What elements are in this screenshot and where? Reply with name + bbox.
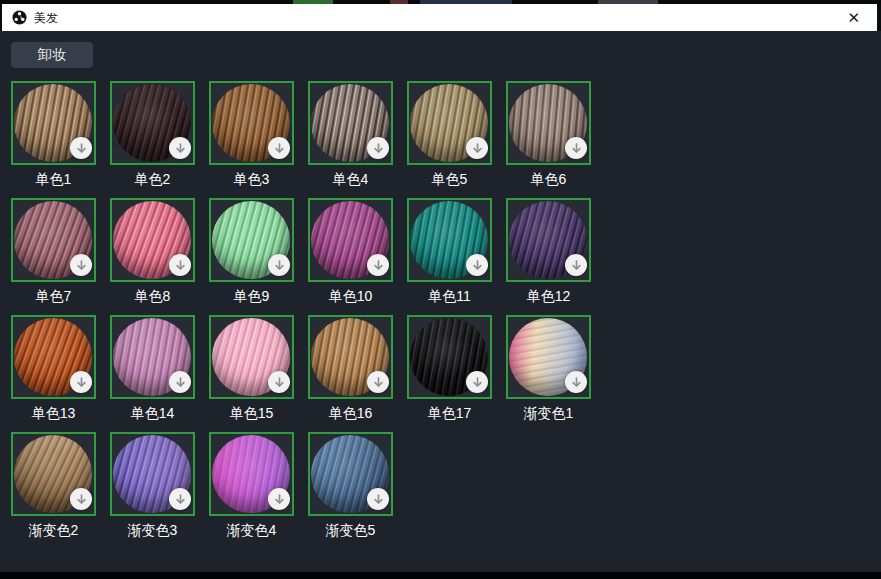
swatch-tile[interactable] bbox=[11, 432, 96, 516]
download-icon bbox=[471, 259, 484, 272]
download-icon bbox=[471, 142, 484, 155]
swatch-label: 单色13 bbox=[11, 405, 96, 421]
swatch-tile[interactable] bbox=[308, 81, 393, 165]
swatch-cell: 单色13 bbox=[11, 315, 96, 421]
swatch-label: 渐变色3 bbox=[110, 522, 195, 538]
download-icon bbox=[75, 142, 88, 155]
swatch-cell: 单色17 bbox=[407, 315, 492, 421]
swatch-label: 渐变色1 bbox=[506, 405, 591, 421]
swatch-label: 单色15 bbox=[209, 405, 294, 421]
swatch-tile[interactable] bbox=[308, 432, 393, 516]
swatch-label: 单色3 bbox=[209, 171, 294, 187]
swatch-label: 单色9 bbox=[209, 288, 294, 304]
download-icon bbox=[75, 376, 88, 389]
swatch-tile[interactable] bbox=[308, 198, 393, 282]
swatch-tile[interactable] bbox=[209, 432, 294, 516]
swatch-tile[interactable] bbox=[407, 198, 492, 282]
download-button[interactable] bbox=[268, 254, 290, 276]
swatch-tile[interactable] bbox=[407, 81, 492, 165]
download-button[interactable] bbox=[70, 371, 92, 393]
download-button[interactable] bbox=[70, 488, 92, 510]
background-app-edge bbox=[0, 0, 881, 4]
swatch-tile[interactable] bbox=[110, 198, 195, 282]
download-button[interactable] bbox=[565, 371, 587, 393]
download-button[interactable] bbox=[169, 254, 191, 276]
window-title: 美发 bbox=[34, 12, 58, 24]
swatch-tile[interactable] bbox=[506, 81, 591, 165]
swatch-grid: 单色1 单色2 单色3 bbox=[11, 81, 591, 538]
swatch-cell: 单色4 bbox=[308, 81, 393, 187]
swatch-tile[interactable] bbox=[308, 315, 393, 399]
download-button[interactable] bbox=[565, 254, 587, 276]
swatch-cell: 单色9 bbox=[209, 198, 294, 304]
swatch-label: 单色5 bbox=[407, 171, 492, 187]
swatch-label: 渐变色4 bbox=[209, 522, 294, 538]
download-icon bbox=[174, 259, 187, 272]
download-button[interactable] bbox=[169, 371, 191, 393]
download-icon bbox=[273, 376, 286, 389]
download-button[interactable] bbox=[169, 137, 191, 159]
background-fragment bbox=[598, 0, 658, 4]
download-button[interactable] bbox=[70, 254, 92, 276]
download-button[interactable] bbox=[367, 137, 389, 159]
download-button[interactable] bbox=[367, 254, 389, 276]
download-button[interactable] bbox=[466, 137, 488, 159]
swatch-cell: 单色12 bbox=[506, 198, 591, 304]
remove-makeup-button[interactable]: 卸妆 bbox=[11, 42, 93, 68]
swatch-tile[interactable] bbox=[209, 315, 294, 399]
swatch-cell: 单色5 bbox=[407, 81, 492, 187]
close-button[interactable]: ✕ bbox=[843, 8, 864, 27]
swatch-tile[interactable] bbox=[11, 198, 96, 282]
swatch-cell: 单色8 bbox=[110, 198, 195, 304]
swatch-cell: 单色3 bbox=[209, 81, 294, 187]
swatch-label: 单色14 bbox=[110, 405, 195, 421]
obs-logo-icon bbox=[12, 10, 27, 25]
swatch-tile[interactable] bbox=[209, 198, 294, 282]
swatch-tile[interactable] bbox=[407, 315, 492, 399]
download-icon bbox=[372, 376, 385, 389]
dialog-content: 卸妆 单色1 单色2 bbox=[0, 31, 881, 572]
download-icon bbox=[273, 259, 286, 272]
swatch-tile[interactable] bbox=[110, 315, 195, 399]
download-button[interactable] bbox=[169, 488, 191, 510]
swatch-tile[interactable] bbox=[209, 81, 294, 165]
swatch-cell: 单色16 bbox=[308, 315, 393, 421]
swatch-cell: 渐变色3 bbox=[110, 432, 195, 538]
download-button[interactable] bbox=[70, 137, 92, 159]
swatch-label: 单色17 bbox=[407, 405, 492, 421]
swatch-cell: 单色2 bbox=[110, 81, 195, 187]
download-button[interactable] bbox=[367, 488, 389, 510]
swatch-label: 单色11 bbox=[407, 288, 492, 304]
swatch-tile[interactable] bbox=[506, 315, 591, 399]
swatch-cell: 单色14 bbox=[110, 315, 195, 421]
background-fragment bbox=[293, 0, 333, 4]
download-icon bbox=[174, 142, 187, 155]
download-icon bbox=[372, 259, 385, 272]
download-icon bbox=[372, 493, 385, 506]
swatch-label: 单色1 bbox=[11, 171, 96, 187]
swatch-cell: 渐变色1 bbox=[506, 315, 591, 421]
swatch-label: 单色6 bbox=[506, 171, 591, 187]
swatch-tile[interactable] bbox=[11, 81, 96, 165]
download-button[interactable] bbox=[466, 371, 488, 393]
swatch-tile[interactable] bbox=[11, 315, 96, 399]
download-icon bbox=[570, 142, 583, 155]
swatch-tile[interactable] bbox=[506, 198, 591, 282]
download-button[interactable] bbox=[268, 371, 290, 393]
download-button[interactable] bbox=[268, 137, 290, 159]
download-button[interactable] bbox=[268, 488, 290, 510]
swatch-tile[interactable] bbox=[110, 81, 195, 165]
background-app-bottom-edge bbox=[0, 572, 881, 579]
swatch-label: 渐变色2 bbox=[11, 522, 96, 538]
swatch-tile[interactable] bbox=[110, 432, 195, 516]
download-button[interactable] bbox=[367, 371, 389, 393]
swatch-cell: 单色6 bbox=[506, 81, 591, 187]
download-button[interactable] bbox=[565, 137, 587, 159]
download-button[interactable] bbox=[466, 254, 488, 276]
titlebar[interactable]: 美发 ✕ bbox=[0, 4, 881, 31]
background-fragment bbox=[390, 0, 408, 4]
download-icon bbox=[174, 376, 187, 389]
swatch-cell: 单色7 bbox=[11, 198, 96, 304]
download-icon bbox=[372, 142, 385, 155]
download-icon bbox=[75, 259, 88, 272]
